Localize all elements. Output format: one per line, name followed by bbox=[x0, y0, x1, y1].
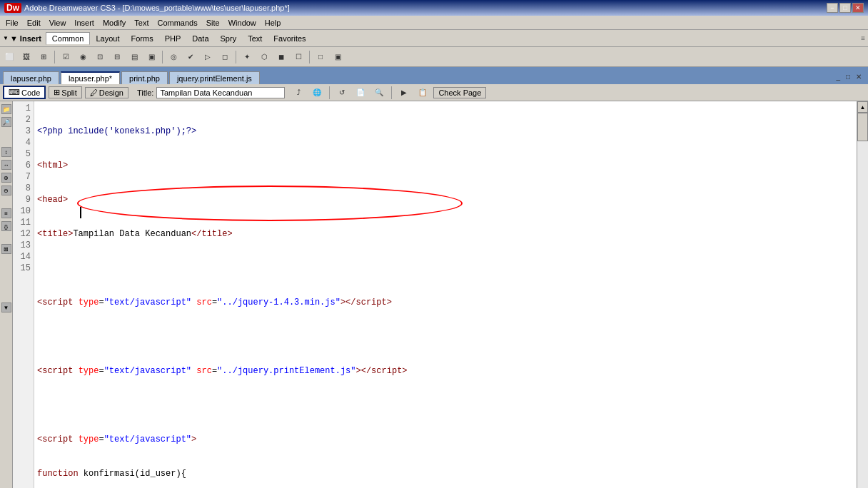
sidebar-icon-8[interactable]: {} bbox=[1, 221, 11, 231]
menu-site[interactable]: Site bbox=[202, 17, 224, 29]
sidebar-icon-2[interactable]: 🔎 bbox=[1, 117, 11, 127]
tb-icon-9[interactable]: ▣ bbox=[143, 49, 159, 65]
tab-data[interactable]: Data bbox=[186, 33, 214, 44]
tab-forms[interactable]: Forms bbox=[125, 33, 158, 44]
title-bar: Dw Adobe Dreamweaver CS3 - [D:\mowes_por… bbox=[0, 0, 868, 16]
tb-icon-14[interactable]: ✦ bbox=[239, 49, 255, 65]
debug-icon[interactable]: 🔍 bbox=[371, 85, 387, 101]
tab-spry[interactable]: Spry bbox=[215, 33, 243, 44]
tb-icon-2[interactable]: 🖼 bbox=[19, 49, 34, 65]
title-bar-controls: − □ ✕ bbox=[827, 3, 864, 13]
tb-icon-6[interactable]: ⊡ bbox=[92, 49, 108, 65]
sidebar-icon-6[interactable]: ⊖ bbox=[1, 185, 11, 195]
code-view[interactable]: 12345 678910 1112131415 <?php include('k… bbox=[13, 101, 857, 488]
menu-commands[interactable]: Commands bbox=[153, 17, 201, 29]
right-scrollbar[interactable]: ▲ ▼ bbox=[857, 101, 868, 488]
check-page-btn[interactable]: Check Page bbox=[433, 87, 486, 98]
title-label: Title: bbox=[137, 88, 153, 97]
insert-bar-options[interactable]: ≡ bbox=[861, 34, 865, 42]
menu-help[interactable]: Help bbox=[261, 17, 286, 29]
code-toolbar: ⌨ Code ⊞ Split 🖊 Design Title: ⤴ 🌐 ↺ 📄 🔍… bbox=[0, 84, 868, 101]
sidebar-icon-9[interactable]: ⊠ bbox=[1, 244, 11, 254]
menu-view[interactable]: View bbox=[45, 17, 71, 29]
file-mgmt-icon-2[interactable]: 🌐 bbox=[309, 85, 325, 101]
left-sidebar: 📁 🔎 ↕ ↔ ⊕ ⊖ ≡ {} ⊠ ▼ bbox=[0, 101, 13, 488]
tab-common[interactable]: Common bbox=[46, 32, 91, 45]
tb-icon-1[interactable]: ⬜ bbox=[1, 49, 17, 65]
refresh-icon[interactable]: ↺ bbox=[334, 85, 350, 101]
tab-lapuser-modified[interactable]: lapuser.php* bbox=[61, 71, 120, 84]
file-mgmt-icon-3[interactable]: 📄 bbox=[353, 85, 368, 101]
menu-bar: File Edit View Insert Modify Text Comman… bbox=[0, 16, 868, 30]
doc-minimize[interactable]: _ bbox=[834, 72, 842, 81]
tab-text[interactable]: Text bbox=[242, 33, 268, 44]
sidebar-icon-5[interactable]: ⊕ bbox=[1, 173, 11, 183]
toolbar-sep-3 bbox=[236, 51, 236, 63]
tab-bar: lapuser.php lapuser.php* print.php jquer… bbox=[1, 68, 261, 84]
menu-modify[interactable]: Modify bbox=[99, 17, 130, 29]
tb-icon-4[interactable]: ☑ bbox=[58, 49, 74, 65]
tb-icon-17[interactable]: ☐ bbox=[291, 49, 306, 65]
split-view-btn[interactable]: ⊞ Split bbox=[49, 86, 81, 98]
tb-icon-19[interactable]: ▣ bbox=[330, 49, 345, 65]
sidebar-icon-1[interactable]: 📁 bbox=[1, 104, 11, 114]
menu-text[interactable]: Text bbox=[130, 17, 153, 29]
close-button[interactable]: ✕ bbox=[852, 3, 864, 13]
scroll-track[interactable] bbox=[857, 113, 868, 488]
tb-icon-8[interactable]: ▤ bbox=[126, 49, 142, 65]
code-content[interactable]: <?php include('koneksi.php');?> <html> <… bbox=[34, 101, 857, 488]
tab-jquery-print[interactable]: jquery.printElement.js bbox=[169, 71, 260, 84]
sidebar-icon-7[interactable]: ≡ bbox=[1, 208, 11, 218]
tb-icon-10[interactable]: ◎ bbox=[166, 49, 181, 65]
tb-icon-5[interactable]: ◉ bbox=[75, 49, 91, 65]
doc-close[interactable]: ✕ bbox=[854, 72, 864, 81]
design-icon: 🖊 bbox=[90, 88, 98, 97]
scroll-thumb[interactable] bbox=[857, 113, 868, 141]
tab-php[interactable]: PHP bbox=[159, 33, 187, 44]
validate-icon[interactable]: 📋 bbox=[415, 85, 430, 101]
tab-layout[interactable]: Layout bbox=[90, 33, 125, 44]
app-title: Adobe Dreamweaver CS3 - [D:\mowes_portab… bbox=[24, 4, 290, 12]
cursor bbox=[80, 207, 81, 218]
menu-edit[interactable]: Edit bbox=[23, 17, 45, 29]
code-view-icon: ⌨ bbox=[9, 88, 20, 97]
split-icon: ⊞ bbox=[54, 88, 60, 97]
tb-icon-18[interactable]: □ bbox=[313, 49, 328, 65]
tb-icon-11[interactable]: ✔ bbox=[183, 49, 198, 65]
menu-file[interactable]: File bbox=[1, 17, 23, 29]
toolbar-sep-2 bbox=[162, 51, 163, 63]
sidebar-icon-10[interactable]: ▼ bbox=[1, 303, 11, 312]
tb-icon-15[interactable]: ⬡ bbox=[256, 49, 272, 65]
page-title-input[interactable] bbox=[156, 87, 285, 98]
minimize-button[interactable]: − bbox=[827, 3, 838, 13]
tab-favorites[interactable]: Favorites bbox=[268, 33, 311, 44]
dw-logo: Dw bbox=[4, 3, 21, 13]
tb-icon-13[interactable]: ◻ bbox=[217, 49, 233, 65]
design-view-btn[interactable]: 🖊 Design bbox=[85, 87, 128, 98]
sidebar-icon-3[interactable]: ↕ bbox=[1, 147, 11, 157]
menu-window[interactable]: Window bbox=[224, 17, 261, 29]
code-view-btn[interactable]: ⌨ Code bbox=[3, 86, 46, 99]
editor-pane: 📁 🔎 ↕ ↔ ⊕ ⊖ ≡ {} ⊠ ▼ 12345 678910 111213… bbox=[0, 101, 868, 488]
doc-area: lapuser.php lapuser.php* print.php jquer… bbox=[0, 67, 868, 488]
insert-bar: ▼ ▼ Insert Common Layout Forms PHP Data … bbox=[0, 30, 868, 47]
tb-icon-12[interactable]: ▷ bbox=[200, 49, 216, 65]
tab-print[interactable]: print.php bbox=[121, 71, 168, 84]
toolbar-sep-1 bbox=[54, 51, 55, 63]
scroll-up-btn[interactable]: ▲ bbox=[857, 101, 868, 113]
title-bar-left: Dw Adobe Dreamweaver CS3 - [D:\mowes_por… bbox=[4, 3, 290, 13]
tb-icon-16[interactable]: ◼ bbox=[273, 49, 289, 65]
sidebar-icon-4[interactable]: ↔ bbox=[1, 160, 11, 170]
doc-restore[interactable]: □ bbox=[844, 72, 852, 81]
tb-icon-7[interactable]: ⊟ bbox=[109, 49, 125, 65]
tab-lapuser[interactable]: lapuser.php bbox=[3, 71, 59, 84]
tb-icon-3[interactable]: ⊞ bbox=[36, 49, 51, 65]
restore-button[interactable]: □ bbox=[839, 3, 851, 13]
icon-toolbar: ⬜ 🖼 ⊞ ☑ ◉ ⊡ ⊟ ▤ ▣ ◎ ✔ ▷ ◻ ✦ ⬡ ◼ ☐ □ ▣ bbox=[0, 47, 868, 67]
insert-label: ▼ ▼ Insert bbox=[3, 34, 41, 43]
file-mgmt-icon-1[interactable]: ⤴ bbox=[291, 85, 306, 101]
line-numbers: 12345 678910 1112131415 bbox=[13, 101, 34, 488]
run-icon[interactable]: ▶ bbox=[396, 85, 412, 101]
menu-insert[interactable]: Insert bbox=[70, 17, 99, 29]
toolbar-sep-4 bbox=[309, 51, 310, 63]
